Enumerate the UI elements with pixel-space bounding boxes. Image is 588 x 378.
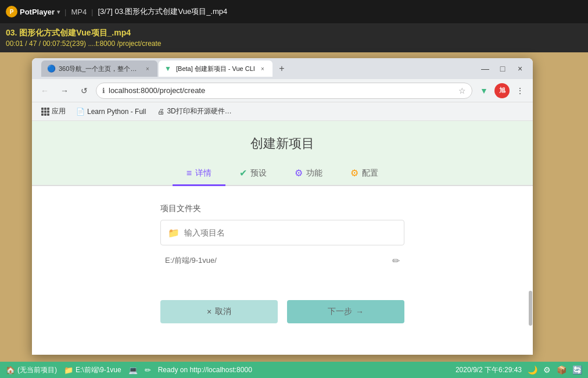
video-overlay: 03. 图形化方式创建Vue项目_.mp4 00:01 / 47 / 00:07… [0,23,588,52]
tab-vue-close[interactable]: × [259,65,267,73]
format-divider2: | [91,8,93,16]
tab-presets[interactable]: ✔ 预设 [225,162,281,186]
folder-icon: 📁 [168,227,180,238]
home-label: (无当前项目) [17,365,57,375]
3d-bookmark-label: 3D打印和开源硬件… [167,106,231,116]
form-path: E:/前端/9-1vue/ ✏ [160,250,404,271]
potplayer-logo: P PotPlayer ▾ [6,6,60,17]
path-value: E:/前端/9-1vue/ [165,255,217,266]
format-label: MP4 [71,8,87,16]
config-tab-label: 配置 [362,168,378,179]
status-home: 🏠 (无当前项目) [6,365,57,375]
potplayer-dropdown[interactable]: ▾ [57,9,60,15]
scrollbar[interactable] [528,291,533,355]
more-button[interactable]: ⋮ [512,83,528,99]
info-icon: ℹ [102,87,105,95]
status-bar: 🏠 (无当前项目) 📁 E:\前端\9-1vue 💻 ✏ Ready on ht… [0,362,588,378]
apps-grid-icon [41,108,49,116]
tab-config[interactable]: ⚙ 配置 [336,162,392,186]
video-title: 03. 图形化方式创建Vue项目_.mp4 [6,28,162,38]
path-edit-button[interactable]: ✏ [392,255,400,266]
next-icon: → [356,307,364,316]
browser-window: 🔵 360导航_一个主页，整个世界 × ▼ [Beta] 创建新项目 - Vue… [32,58,533,355]
back-button[interactable]: ← [37,83,53,99]
home-icon: 🏠 [6,366,15,375]
tab-360-favicon: 🔵 [47,65,55,73]
cancel-icon: × [207,307,211,316]
action-buttons: × 取消 下一步 → [160,300,404,323]
nav-tabs: ≡ 详情 ✔ 预设 ⚙ 功能 ⚙ 配置 [32,162,533,186]
moon-button[interactable]: 🌙 [528,365,537,375]
video-time: 00:01 / 47 / 00:07:52(239) ....t:8000 /p… [6,40,162,48]
refresh-button[interactable]: ↺ [76,83,92,99]
browser-tabs: 🔵 360导航_一个主页，整个世界 × ▼ [Beta] 创建新项目 - Vue… [37,60,475,77]
folder-label: 项目文件夹 [160,204,404,214]
status-folder: 📁 E:\前端\9-1vue [64,365,121,375]
folder-status-icon: 📁 [64,366,73,375]
new-tab-button[interactable]: + [274,60,290,77]
status-edit: ✏ [145,366,151,375]
window-controls: — □ × [477,60,528,77]
file-title: [3/7] 03.图形化方式创建Vue项目_.mp4 [98,6,228,17]
potplayer-titlebar: P PotPlayer ▾ | MP4 | [3/7] 03.图形化方式创建Vu… [0,0,588,23]
settings-button[interactable]: ⚙ [543,365,551,375]
presets-tab-icon: ✔ [239,167,247,179]
status-ready: Ready on http://localhost:8000 [158,366,252,374]
tab-360-label: 360导航_一个主页，整个世界 [59,65,140,73]
details-tab-icon: ≡ [187,168,192,179]
status-datetime: 2020/9/2 下午6:29:43 [456,365,522,375]
page-content: 创建新项目 ≡ 详情 ✔ 预设 ⚙ 功能 ⚙ 配置 [32,121,533,355]
browser-titlebar: 🔵 360导航_一个主页，整个世界 × ▼ [Beta] 创建新项目 - Vue… [32,58,533,79]
tab-vue-cli[interactable]: ▼ [Beta] 创建新项目 - Vue CLI × [159,60,273,77]
scrollbar-thumb[interactable] [529,291,532,326]
features-tab-label: 功能 [306,168,322,179]
folder-input[interactable] [184,228,397,237]
page-header: 创建新项目 [32,121,533,152]
3d-bookmark-icon: 🖨 [157,108,164,116]
page-title: 创建新项目 [32,135,533,152]
features-tab-icon: ⚙ [295,167,303,179]
package-button[interactable]: 📦 [557,365,567,375]
apps-label: 应用 [52,106,66,116]
address-bar-row: ← → ↺ ℹ localhost:8000/project/create ☆ … [32,79,533,102]
terminal-icon: 💻 [128,366,138,375]
tab-360-close[interactable]: × [144,65,152,73]
next-label: 下一步 [328,306,352,317]
edit-status-icon: ✏ [145,366,151,375]
maximize-button[interactable]: □ [494,60,511,77]
python-bookmark-icon: 📄 [76,108,85,116]
cancel-button[interactable]: × 取消 [160,300,278,323]
tab-vue-label: [Beta] 创建新项目 - Vue CLI [176,65,255,73]
refresh-status-button[interactable]: 🔄 [572,365,582,375]
tab-features[interactable]: ⚙ 功能 [281,162,336,186]
tab-details[interactable]: ≡ 详情 [173,162,225,186]
ready-text: Ready on http://localhost:8000 [158,366,252,374]
potplayer-icon: P [6,6,17,17]
presets-tab-label: 预设 [250,168,267,179]
page-body: 项目文件夹 📁 E:/前端/9-1vue/ ✏ × 取消 下一步 [32,186,533,355]
bookmark-3d[interactable]: 🖨 3D打印和开源硬件… [153,105,236,117]
tab-360[interactable]: 🔵 360导航_一个主页，整个世界 × [41,60,157,77]
python-bookmark-label: Learn Python - Full [87,108,146,116]
details-tab-label: 详情 [195,168,211,179]
folder-path: E:\前端\9-1vue [76,365,121,375]
forward-button[interactable]: → [56,83,73,99]
vue-devtools-button[interactable]: ▼ [476,83,492,99]
close-button[interactable]: × [512,60,528,77]
user-avatar-button[interactable]: 旭 [494,83,510,98]
toolbar-icons: ▼ 旭 ⋮ [476,83,528,99]
next-button[interactable]: 下一步 → [287,300,404,323]
form-section: 项目文件夹 📁 E:/前端/9-1vue/ ✏ [160,204,404,271]
format-divider: | [64,8,66,16]
address-bar[interactable]: ℹ localhost:8000/project/create ☆ [96,83,472,99]
folder-input-wrapper[interactable]: 📁 [160,220,404,245]
bookmarks-bar: 应用 📄 Learn Python - Full 🖨 3D打印和开源硬件… [32,102,533,121]
apps-button[interactable]: 应用 [38,105,69,117]
bookmark-star-icon[interactable]: ☆ [458,86,466,95]
potplayer-name: PotPlayer [20,8,55,16]
bookmark-python[interactable]: 📄 Learn Python - Full [71,106,150,117]
status-terminal: 💻 [128,366,138,375]
minimize-button[interactable]: — [477,60,493,77]
config-tab-icon: ⚙ [350,167,358,179]
tab-vue-favicon: ▼ [164,65,173,73]
